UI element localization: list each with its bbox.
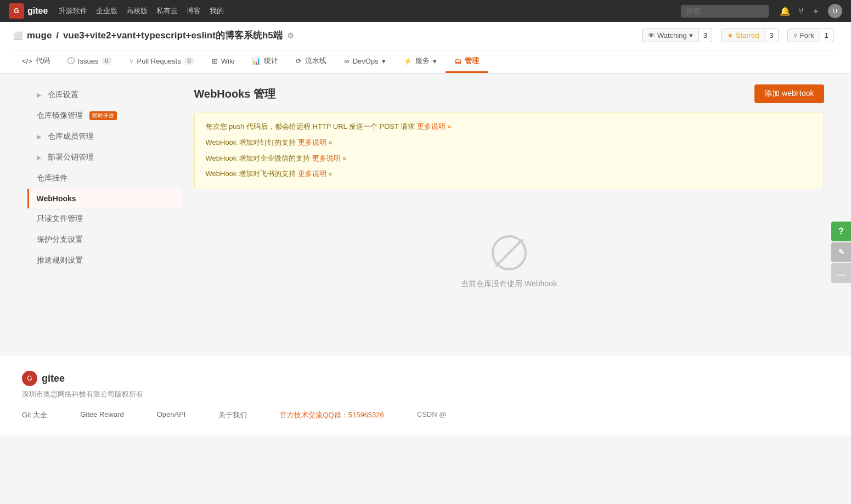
repo-actions: 👁 Watching ▾ 3 ★ Starred 3 ⑂ Fork 1	[642, 29, 838, 42]
info-line-4: WebHook 增加对飞书的支持 更多说明 »	[206, 168, 813, 180]
sidebar-item-webhooks[interactable]: WebHooks	[27, 189, 181, 208]
watch-dropdown-icon: ▾	[689, 31, 693, 39]
repo-header: ⬜ muge / vue3+vite2+vant+typescript+esli…	[0, 22, 851, 73]
footer: G gitee 深圳市奥思网络科技有限公司版权所有 Git 大全 Gitee R…	[0, 355, 851, 435]
nav-link-opensource[interactable]: 升源软件	[59, 6, 87, 16]
repo-name[interactable]: vue3+vite2+vant+typescript+eslint的博客系统h5…	[63, 29, 283, 42]
top-nav-links: 升源软件 企业版 高校版 私有云 博客 我的	[59, 6, 670, 16]
tab-stats-label: 统计	[264, 56, 278, 66]
nav-link-enterprise[interactable]: 企业版	[96, 6, 117, 16]
star-button[interactable]: ★ Starred	[721, 29, 765, 42]
star-count: 3	[765, 29, 779, 42]
git-icon[interactable]: ⑂	[798, 6, 804, 16]
mirror-badge: 限时开放	[89, 111, 117, 120]
sidebar-item-repo-members[interactable]: ▶ 仓库成员管理	[27, 126, 181, 147]
sidebar-label-protected-branches: 保护分支设置	[37, 235, 83, 245]
sidebar-item-protected-branches[interactable]: 保护分支设置	[27, 229, 181, 250]
empty-state: 当前仓库没有使用 Webhook	[194, 202, 824, 322]
issues-badge: 0	[102, 57, 111, 65]
tab-code[interactable]: </> 代码	[13, 50, 59, 73]
repo-type-icon: ⬜	[13, 31, 22, 40]
tab-wiki[interactable]: ⊞ Wiki	[203, 50, 244, 73]
footer-links: Git 大全 Gitee Reward OpenAPI 关于我们 官方技术交流Q…	[22, 410, 829, 420]
tab-pullrequests[interactable]: ⑂ Pull Requests 0	[121, 50, 203, 73]
tab-wiki-label: Wiki	[221, 57, 235, 65]
info-text-2: WebHook 增加对钉钉的支持	[206, 138, 296, 146]
arrow-icon-keys: ▶	[37, 154, 41, 161]
nav-link-blog[interactable]: 博客	[187, 6, 201, 16]
tab-pipeline[interactable]: ⟳ 流水线	[287, 50, 335, 73]
footer-qq: 官方技术交流QQ群：515965326	[280, 410, 384, 420]
fork-count: 1	[820, 29, 833, 42]
pr-badge: 0	[184, 57, 194, 65]
footer-logo-text: gitee	[42, 373, 65, 384]
footer-link-git[interactable]: Git 大全	[22, 410, 47, 420]
star-label: Starred	[736, 31, 759, 39]
tab-issues[interactable]: ⓘ Issues 0	[59, 50, 121, 73]
search-input[interactable]	[681, 5, 769, 18]
sidebar-item-deploy-keys[interactable]: ▶ 部署公钥管理	[27, 147, 181, 168]
logo-icon: G	[9, 3, 24, 19]
sidebar-label-readonly-files: 只读文件管理	[37, 214, 83, 224]
issues-icon: ⓘ	[67, 56, 75, 66]
plus-icon[interactable]: ＋	[811, 5, 820, 17]
sidebar-label-push-rules: 推送规则设置	[37, 256, 83, 265]
sidebar-item-repo-mirror[interactable]: 仓库镜像管理 限时开放	[27, 105, 181, 126]
nav-link-mine[interactable]: 我的	[210, 6, 224, 16]
info-link-3[interactable]: 更多说明 »	[312, 154, 347, 162]
top-navigation: G gitee 升源软件 企业版 高校版 私有云 博客 我的 🔔 ⑂ ＋ U	[0, 0, 851, 22]
info-link-1[interactable]: 更多说明 »	[417, 122, 452, 131]
info-link-4[interactable]: 更多说明 »	[298, 169, 332, 178]
nav-link-private[interactable]: 私有云	[156, 6, 178, 16]
fork-button[interactable]: ⑂ Fork	[787, 29, 820, 42]
add-webhook-button[interactable]: 添加 webHook	[754, 84, 824, 103]
tab-stats[interactable]: 📊 统计	[243, 50, 287, 73]
pipeline-icon: ⟳	[296, 57, 302, 65]
tab-manage-label: 管理	[465, 56, 479, 66]
fork-label: Fork	[800, 31, 814, 39]
eye-icon: 👁	[648, 31, 655, 39]
avatar[interactable]: U	[828, 4, 842, 18]
empty-text: 当前仓库没有使用 Webhook	[461, 279, 557, 289]
fork-icon: ⑂	[793, 31, 798, 39]
stats-icon: 📊	[252, 57, 261, 65]
footer-logo-icon: G	[22, 371, 37, 386]
sidebar-label-repo-members: 仓库成员管理	[48, 132, 94, 141]
info-link-2[interactable]: 更多说明 »	[298, 138, 332, 146]
footer-link-about[interactable]: 关于我们	[218, 410, 247, 420]
sidebar-label-repo-mirror: 仓库镜像管理	[37, 111, 83, 121]
main-layout: ▶ 仓库设置 仓库镜像管理 限时开放 ▶ 仓库成员管理 ▶ 部署公钥管理 仓库挂…	[14, 73, 837, 333]
footer-desc: 深圳市奥思网络科技有限公司版权所有	[22, 389, 829, 399]
float-buttons: ? ✎ …	[831, 222, 851, 283]
info-line-2: WebHook 增加对钉钉的支持 更多说明 »	[206, 137, 813, 149]
chat-button[interactable]: …	[831, 263, 851, 283]
arrow-icon-members: ▶	[37, 133, 41, 140]
page-title: WebHooks 管理	[194, 87, 276, 101]
nav-link-university[interactable]: 高校版	[126, 6, 148, 16]
help-button[interactable]: ?	[831, 222, 851, 241]
tab-devops-label: DevOps	[353, 57, 379, 65]
tab-devops[interactable]: ∞ DevOps ▾	[335, 50, 394, 73]
info-line-3: WebHook 增加对企业微信的支持 更多说明 »	[206, 153, 813, 165]
pr-icon: ⑂	[129, 57, 134, 65]
info-line-1: 每次您 push 代码后，都会给远程 HTTP URL 发送一个 POST 请求…	[206, 121, 813, 133]
sidebar-label-deploy-keys: 部署公钥管理	[48, 152, 94, 162]
repo-owner[interactable]: muge	[27, 30, 52, 41]
site-logo[interactable]: G gitee	[9, 3, 48, 19]
watch-button[interactable]: 👁 Watching ▾	[642, 29, 699, 42]
sidebar-item-readonly-files[interactable]: 只读文件管理	[27, 208, 181, 229]
footer-link-openapi[interactable]: OpenAPI	[157, 410, 186, 420]
bell-icon[interactable]: 🔔	[780, 6, 791, 16]
footer-link-reward[interactable]: Gitee Reward	[80, 410, 123, 420]
sidebar-item-repo-hooks[interactable]: 仓库挂件	[27, 168, 181, 189]
repo-settings-icon[interactable]: ⚙	[287, 31, 294, 40]
sidebar-item-repo-settings[interactable]: ▶ 仓库设置	[27, 84, 181, 105]
tab-pipeline-label: 流水线	[305, 56, 326, 66]
sidebar-label-webhooks: WebHooks	[37, 194, 76, 203]
tab-service[interactable]: ⚡ 服务 ▾	[394, 50, 446, 73]
edit-button[interactable]: ✎	[831, 242, 851, 262]
tab-manage[interactable]: 🗂 管理	[446, 50, 488, 73]
sidebar-label-repo-hooks: 仓库挂件	[37, 173, 67, 183]
tab-service-label: 服务	[415, 56, 430, 66]
sidebar-item-push-rules[interactable]: 推送规则设置	[27, 250, 181, 271]
